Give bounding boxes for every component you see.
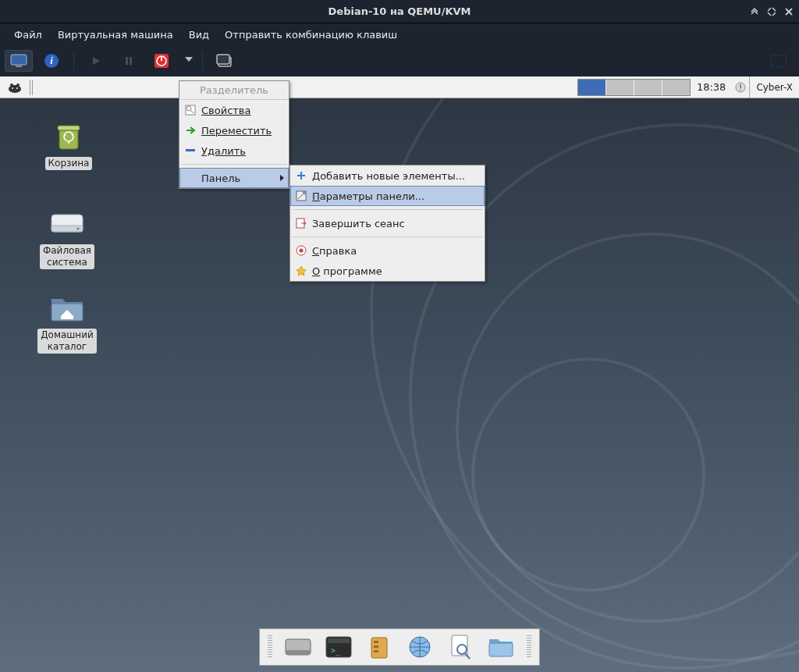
menu-move[interactable]: Переместить [179,120,289,140]
plus-icon [295,169,307,182]
power-button[interactable] [147,50,176,72]
launcher-show-desktop[interactable] [282,631,314,663]
menu-separator [181,164,287,165]
svg-text:>_: >_ [331,646,341,656]
launcher-search[interactable] [444,631,477,663]
panel-submenu: Добавить новые элементы... Параметры пан… [289,165,485,282]
menu-file[interactable]: Файл [6,26,50,44]
menubar: Файл Виртуальная машина Вид Отправить ко… [0,23,799,45]
menu-move-label: Переместить [201,125,272,137]
svg-rect-22 [186,149,195,151]
properties-icon [184,104,197,116]
submenu-logout-label: Завершить сеанс [312,218,405,229]
submenu-prefs-label: араметры панели... [320,190,424,202]
menu-remove-label: Удалить [201,145,246,157]
desktop-icon-home[interactable]: Домашнийкаталог [30,291,105,354]
info-button[interactable]: i [37,50,66,72]
desktop-icon-home-label-2: каталог [48,341,87,352]
workspace-2[interactable] [606,80,634,95]
svg-point-14 [12,87,13,89]
svg-point-27 [300,249,304,253]
guest-display[interactable]: 18:38 Cyber-X Разделитель Свойства Перем… [0,76,799,672]
desktop-icon-filesystem-label-1: Файловая [43,245,91,256]
menu-properties-label: Свойства [201,105,251,116]
svg-rect-35 [286,650,311,655]
panel-separator-handle[interactable] [30,80,34,95]
svg-rect-37 [328,638,350,643]
context-menu-separator: Разделитель Свойства Переместить Удалить… [179,80,289,189]
screenshot-button[interactable] [211,50,239,72]
launcher-web-browser[interactable] [403,631,436,663]
help-icon [295,244,307,257]
submenu-about[interactable]: О программе [290,261,485,281]
launcher-folder[interactable] [485,631,517,663]
fullscreen-button[interactable] [771,55,787,67]
svg-rect-0 [11,55,27,65]
minimize-icon[interactable] [749,6,760,17]
desktop-icon-trash[interactable]: Корзина [31,119,106,170]
panel-clock[interactable]: 18:38 [691,81,732,93]
submenu-help-label: правка [319,245,357,257]
menu-view[interactable]: Вид [181,26,217,44]
svg-rect-10 [217,55,229,64]
submenu-panel-preferences[interactable]: Параметры панели... [290,186,485,206]
logout-icon [295,217,307,229]
trash-icon [50,119,87,154]
maximize-icon[interactable] [766,6,777,17]
play-button[interactable] [82,50,110,72]
titlebar: Debian-10 на QEMU/KVM [0,0,799,23]
svg-rect-29 [58,126,80,130]
launcher-file-manager[interactable] [363,631,396,663]
desktop-icon-trash-label: Корзина [45,157,93,170]
user-menu[interactable]: Cyber-X [749,76,799,98]
desktop-icon-filesystem[interactable]: Файловаясистема [30,207,105,269]
drive-icon [48,207,86,241]
workspace-1[interactable] [578,80,605,95]
svg-rect-1 [16,66,22,67]
submenu-logout[interactable]: Завершить сеанс [290,213,485,233]
submenu-separator-1 [292,209,483,210]
submenu-separator-2 [292,236,483,237]
context-menu-title: Разделитель [179,81,289,100]
svg-point-13 [16,84,20,87]
menu-vm[interactable]: Виртуальная машина [50,26,181,44]
xfce-bottom-panel: >_ [259,628,540,666]
menu-properties[interactable]: Свойства [179,100,289,120]
applications-menu-button[interactable] [0,76,30,98]
svg-rect-4 [126,57,128,65]
workspace-3[interactable] [634,80,662,95]
window-title: Debian-10 на QEMU/KVM [328,5,471,17]
svg-rect-17 [740,84,741,88]
svg-text:i: i [50,55,53,66]
menu-panel-label: Панель [201,172,240,184]
close-icon[interactable] [783,6,794,17]
workspace-switcher[interactable] [577,79,691,96]
submenu-about-label: программе [320,265,382,277]
svg-rect-47 [489,643,513,656]
menu-panel[interactable]: Панель [179,168,289,188]
submenu-help[interactable]: Справка [290,240,485,261]
workspace-4[interactable] [662,80,690,95]
svg-rect-42 [374,650,378,652]
bottom-panel-handle-left[interactable] [268,635,272,659]
pause-button[interactable] [115,50,143,72]
console-button[interactable] [5,50,33,72]
menu-remove[interactable]: Удалить [179,140,289,161]
svg-point-11 [9,85,21,93]
submenu-arrow-icon [280,175,284,181]
preferences-icon [295,190,307,202]
toolbar: i [0,45,799,76]
bottom-panel-handle-right[interactable] [527,635,531,659]
notification-icon[interactable] [732,79,749,96]
home-folder-icon [48,291,86,325]
xfce-top-panel: 18:38 Cyber-X [0,76,799,98]
power-menu-dropdown[interactable] [180,50,194,72]
desktop-icon-filesystem-label-2: система [47,257,87,268]
launcher-terminal[interactable]: >_ [322,631,355,663]
svg-rect-41 [374,645,378,648]
svg-point-18 [740,89,741,91]
about-icon [295,265,307,277]
remove-icon [184,144,197,157]
menu-sendkey[interactable]: Отправить комбинацию клавиш [217,26,405,44]
submenu-add-items[interactable]: Добавить новые элементы... [290,165,485,186]
